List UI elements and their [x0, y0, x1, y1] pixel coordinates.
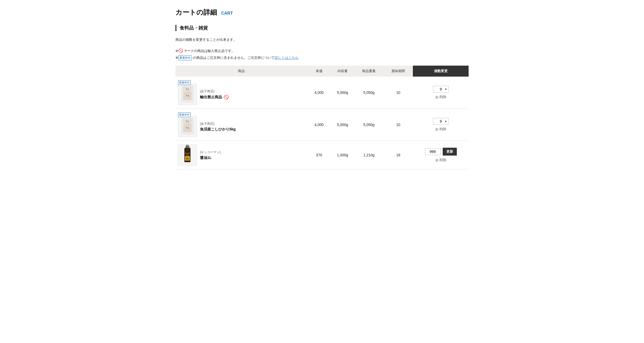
page-header: カートの詳細 CART: [175, 8, 469, 17]
svg-text:新潟: 新潟: [186, 88, 189, 90]
no-mark-notice: ※🚫マークの商品は輸入禁止品です。: [175, 48, 469, 53]
details-link[interactable]: 詳しくはこちら: [275, 56, 298, 60]
quantity-notice: 商品の個数を変更することが出来ます。: [175, 37, 469, 42]
svg-rect-13: [185, 146, 190, 148]
notice-prefix2: ※: [175, 56, 178, 60]
rice-icon: 新潟 こしひかり 5kg: [179, 85, 196, 104]
page-title: カートの詳細: [175, 8, 217, 17]
product-store-3: [キッコーマン]: [200, 150, 221, 155]
unit-price-3: 370: [307, 141, 331, 169]
product-cell-inner-2: 重量枠外 新潟 こしひかり 5kg: [178, 112, 305, 137]
content-3: 1,000g: [331, 141, 354, 169]
weight-badge-2: 重量枠外: [178, 112, 191, 117]
unit-price-2: 4,000: [307, 109, 331, 141]
table-body: 重量枠外 新潟 こしひかり 5kg: [175, 77, 469, 169]
unit-price-1: 4,000: [307, 77, 331, 109]
qty-cell-1: 9 1 2 3 4 5 6 7 8 10: [413, 77, 469, 109]
soy-sauce-icon: キッコー マン 醤油: [183, 145, 192, 165]
th-content: 内容量: [331, 66, 354, 77]
product-cell-inner-1: 重量枠外 新潟 こしひかり 5kg: [178, 80, 305, 105]
product-name-1: 輸出禁止商品 🚫: [200, 95, 229, 100]
product-name-2: 魚沼産こしひかり5kg: [200, 127, 236, 132]
product-weight-2: 5,050g: [354, 109, 384, 141]
delete-label-3: 削除: [440, 158, 446, 162]
qty-cell-2: 9 1 2 3 4 5 6 7 8 10: [413, 109, 469, 141]
weight-badge-1: 重量枠外: [178, 80, 191, 85]
delete-label-1: 削除: [440, 95, 446, 99]
qty-input-row-3: 更新: [425, 148, 457, 156]
cart-table: 商品 単価 内容量 商品重量 賞味期間 個数変更 重量枠外: [175, 66, 469, 169]
product-cell-3: キッコー マン 醤油 [キッコーマン] 醤油1L: [175, 141, 307, 169]
page-subtitle: CART: [221, 11, 233, 16]
svg-text:新潟: 新潟: [186, 120, 189, 122]
expiry-2: 10: [384, 109, 413, 141]
table-row: キッコー マン 醤油 [キッコーマン] 醤油1L: [175, 141, 469, 169]
qty-cell-3: 更新 ⊗ 削除: [413, 141, 469, 169]
product-image-2: 新潟 こしひかり 5kg: [178, 116, 197, 137]
weight-label-inline: 重量枠外: [178, 55, 192, 60]
delete-button-1[interactable]: ⊗ 削除: [435, 95, 446, 100]
notice-prefix1: ※: [175, 49, 178, 53]
product-image-1: 新潟 こしひかり 5kg: [178, 84, 197, 105]
svg-text:5kg: 5kg: [186, 127, 189, 129]
content-2: 5,000g: [331, 109, 354, 141]
svg-text:キッコー: キッコー: [185, 153, 190, 154]
section-header: 食料品・雑貨: [175, 25, 469, 31]
qty-select-2[interactable]: 9 1 2 3 4 5 6 7 8 10: [433, 118, 449, 125]
qty-control-2: 9 1 2 3 4 5 6 7 8 10: [415, 118, 466, 132]
table-row: 重量枠外 新潟 こしひかり 5kg: [175, 109, 469, 141]
qty-control-1: 9 1 2 3 4 5 6 7 8 10: [415, 86, 466, 100]
product-info-2: [金子商店] 魚沼産こしひかり5kg: [200, 122, 236, 132]
delete-icon-2: ⊗: [435, 127, 438, 132]
product-cell-2: 重量枠外 新潟 こしひかり 5kg: [175, 109, 307, 141]
th-product: 商品: [175, 66, 307, 77]
qty-input-3[interactable]: [425, 148, 441, 155]
svg-text:マン: マン: [186, 155, 189, 156]
product-cell-inner-3: キッコー マン 醤油 [キッコーマン] 醤油1L: [178, 145, 305, 165]
qty-select-wrapper-1[interactable]: 9 1 2 3 4 5 6 7 8 10: [433, 86, 449, 93]
rice-icon-2: 新潟 こしひかり 5kg: [179, 117, 196, 136]
qty-select-1[interactable]: 9 1 2 3 4 5 6 7 8 10: [433, 86, 449, 93]
product-name-3: 醤油1L: [200, 156, 221, 160]
product-store-2: [金子商店]: [200, 122, 236, 126]
content-1: 5,000g: [331, 77, 354, 109]
product-weight-3: 1,210g: [354, 141, 384, 169]
svg-text:5kg: 5kg: [186, 94, 189, 97]
delete-label-2: 削除: [440, 127, 446, 132]
update-button-3[interactable]: 更新: [443, 148, 457, 156]
product-info-1: [金子商店] 輸出禁止商品 🚫: [200, 89, 229, 100]
product-info-3: [キッコーマン] 醤油1L: [200, 150, 221, 160]
th-unit-price: 単価: [307, 66, 331, 77]
no-mark-symbol: 🚫: [178, 48, 183, 53]
product-weight-1: 5,050g: [354, 77, 384, 109]
product-image-3: キッコー マン 醤油: [178, 145, 197, 165]
expiry-1: 10: [384, 77, 413, 109]
table-row: 重量枠外 新潟 こしひかり 5kg: [175, 77, 469, 109]
product-cell-1: 重量枠外 新潟 こしひかり 5kg: [175, 77, 307, 109]
no-entry-icon-1: 🚫: [224, 95, 229, 100]
qty-control-3: 更新 ⊗ 削除: [415, 148, 466, 163]
notice-block: 商品の個数を変更することが出来ます。 ※🚫マークの商品は輸入禁止品です。 ※重量…: [175, 37, 469, 60]
th-qty-change: 個数変更: [413, 66, 469, 77]
section-title: 食料品・雑貨: [180, 25, 208, 31]
delete-button-2[interactable]: ⊗ 削除: [435, 127, 446, 132]
expiry-3: 18: [384, 141, 413, 169]
th-expiry: 賞味期間: [384, 66, 413, 77]
qty-select-wrapper-2[interactable]: 9 1 2 3 4 5 6 7 8 10: [433, 118, 449, 125]
delete-icon-3: ⊗: [435, 158, 438, 163]
delete-button-3[interactable]: ⊗ 削除: [435, 158, 446, 163]
page-container: カートの詳細 CART 食料品・雑貨 商品の個数を変更することが出来ます。 ※🚫…: [165, 0, 479, 177]
product-store-1: [金子商店]: [200, 89, 229, 94]
weight-notice: ※重量枠外の商品はご注文枠に含まれません。ご注文枠について詳しくはこちら: [175, 55, 469, 60]
table-header: 商品 単価 内容量 商品重量 賞味期間 個数変更: [175, 66, 469, 77]
svg-text:醤油: 醤油: [186, 158, 189, 159]
delete-icon-1: ⊗: [435, 95, 438, 100]
th-weight: 商品重量: [354, 66, 384, 77]
